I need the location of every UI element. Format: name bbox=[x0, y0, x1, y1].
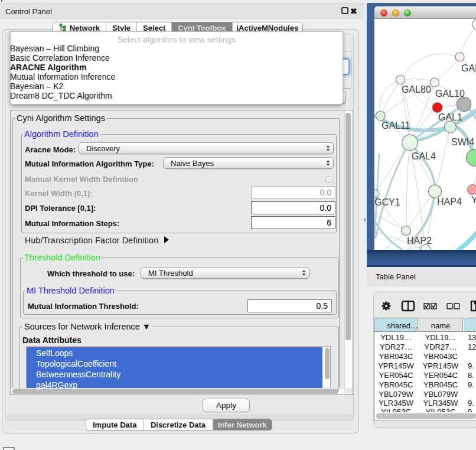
svg-text:YM: YM bbox=[471, 195, 476, 205]
svg-text:GAL10: GAL10 bbox=[435, 89, 465, 99]
svg-text:GAL7: GAL7 bbox=[461, 63, 476, 73]
svg-text:GCY1: GCY1 bbox=[374, 197, 400, 207]
svg-text:GAL4: GAL4 bbox=[412, 151, 436, 161]
svg-text:HAP2: HAP2 bbox=[407, 236, 432, 246]
svg-text:SWI4: SWI4 bbox=[451, 137, 474, 147]
svg-text:GAL80: GAL80 bbox=[402, 84, 431, 94]
svg-text:HAP4: HAP4 bbox=[437, 197, 462, 207]
svg-text:GAL1: GAL1 bbox=[438, 112, 462, 122]
svg-text:GAL11: GAL11 bbox=[382, 120, 410, 131]
